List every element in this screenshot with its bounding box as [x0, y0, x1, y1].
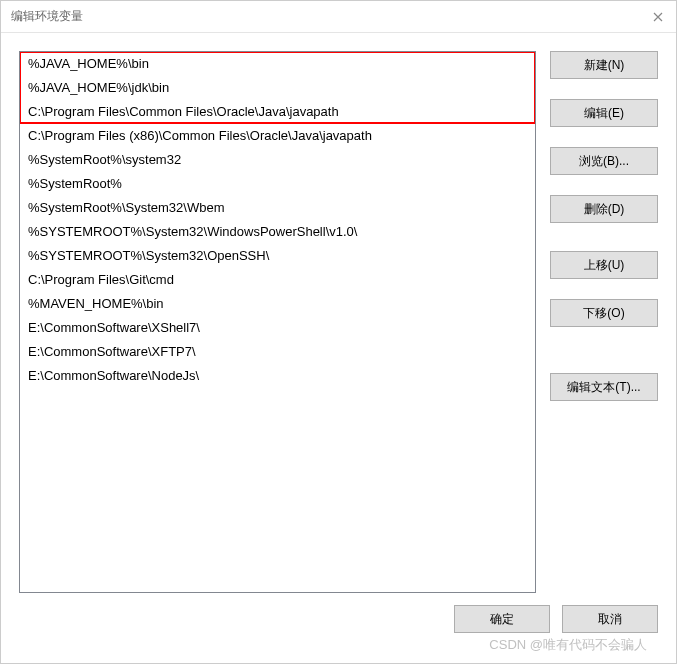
close-icon[interactable]: [648, 7, 668, 27]
list-item[interactable]: %JAVA_HOME%\jdk\bin: [20, 76, 535, 100]
list-item[interactable]: %SYSTEMROOT%\System32\OpenSSH\: [20, 244, 535, 268]
list-item[interactable]: %SystemRoot%\system32: [20, 148, 535, 172]
delete-button[interactable]: 删除(D): [550, 195, 658, 223]
list-item[interactable]: C:\Program Files\Common Files\Oracle\Jav…: [20, 100, 535, 124]
side-button-panel: 新建(N) 编辑(E) 浏览(B)... 删除(D) 上移(U) 下移(O) 编…: [550, 51, 658, 593]
list-item[interactable]: E:\CommonSoftware\NodeJs\: [20, 364, 535, 388]
list-item[interactable]: %SystemRoot%: [20, 172, 535, 196]
list-item[interactable]: %SystemRoot%\System32\Wbem: [20, 196, 535, 220]
titlebar: 编辑环境变量: [1, 1, 676, 33]
content-area: %JAVA_HOME%\bin%JAVA_HOME%\jdk\binC:\Pro…: [1, 33, 676, 663]
move-up-button[interactable]: 上移(U): [550, 251, 658, 279]
list-item[interactable]: %SYSTEMROOT%\System32\WindowsPowerShell\…: [20, 220, 535, 244]
list-item[interactable]: %JAVA_HOME%\bin: [20, 52, 535, 76]
browse-button[interactable]: 浏览(B)...: [550, 147, 658, 175]
edit-text-button[interactable]: 编辑文本(T)...: [550, 373, 658, 401]
main-area: %JAVA_HOME%\bin%JAVA_HOME%\jdk\binC:\Pro…: [19, 51, 658, 593]
cancel-button[interactable]: 取消: [562, 605, 658, 633]
list-item[interactable]: C:\Program Files (x86)\Common Files\Orac…: [20, 124, 535, 148]
list-item[interactable]: C:\Program Files\Git\cmd: [20, 268, 535, 292]
footer: 确定 取消: [19, 593, 658, 645]
move-down-button[interactable]: 下移(O): [550, 299, 658, 327]
window-title: 编辑环境变量: [11, 8, 83, 25]
dialog-window: 编辑环境变量 %JAVA_HOME%\bin%JAVA_HOME%\jdk\bi…: [0, 0, 677, 664]
list-item[interactable]: E:\CommonSoftware\XShell7\: [20, 316, 535, 340]
path-list[interactable]: %JAVA_HOME%\bin%JAVA_HOME%\jdk\binC:\Pro…: [19, 51, 536, 593]
edit-button[interactable]: 编辑(E): [550, 99, 658, 127]
list-item[interactable]: %MAVEN_HOME%\bin: [20, 292, 535, 316]
list-item[interactable]: E:\CommonSoftware\XFTP7\: [20, 340, 535, 364]
new-button[interactable]: 新建(N): [550, 51, 658, 79]
ok-button[interactable]: 确定: [454, 605, 550, 633]
